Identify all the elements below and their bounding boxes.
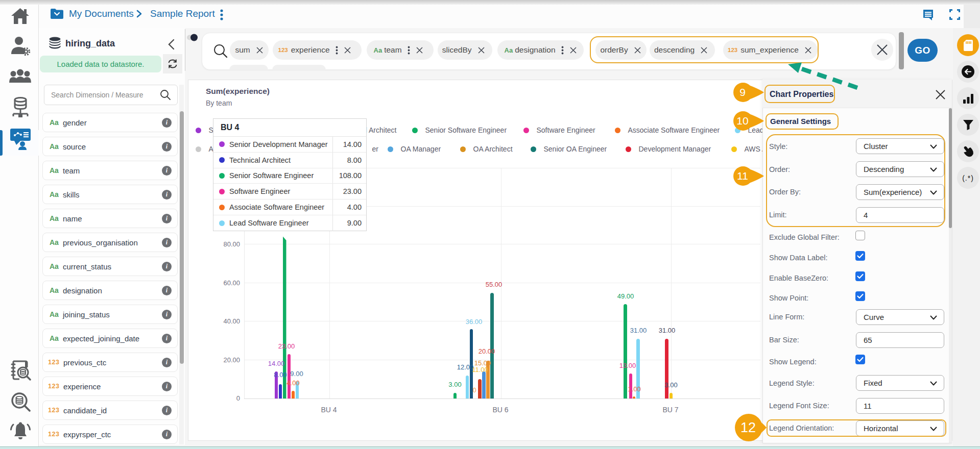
svg-text:9: 9	[739, 86, 746, 98]
svg-text:11: 11	[737, 170, 748, 182]
svg-text:10: 10	[736, 115, 748, 127]
svg-text:12: 12	[740, 420, 756, 435]
